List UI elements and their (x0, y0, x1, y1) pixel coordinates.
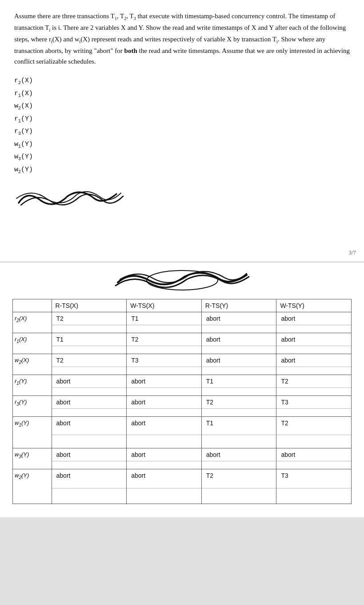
cell-w3y-wts-y-bot (276, 461, 351, 469)
row-label-w2y: w2(Y) (13, 469, 52, 504)
cell-r2x-rts-x-bot (52, 325, 127, 333)
col-header-op (13, 299, 52, 312)
op-7: w3(Y) (14, 151, 350, 164)
cell-r3y-rts-x: abort (52, 396, 127, 417)
col-header-rts-x: R-TS(X) (52, 299, 127, 312)
cell-r3y-rts-y-top: T2 (202, 396, 276, 408)
op-8: w2(Y) (14, 164, 350, 177)
cell-r2x-wts-y: abort (276, 312, 352, 333)
page-container: Assume there are three transactions T1, … (0, 0, 364, 517)
table-row-w3y: w3(Y) abort abort abort (13, 448, 352, 469)
cell-r2x-wts-x-bot (127, 325, 201, 333)
cell-r1y-rts-x-bot (52, 387, 127, 395)
cell-r1x-rts-y: abort (201, 333, 276, 354)
cell-w1y-rts-x: abort (52, 417, 127, 448)
table-row-w2x: w2(X) T2 T3 abort (13, 354, 352, 375)
cell-r2x-rts-x-top: T2 (52, 312, 127, 325)
top-page: Assume there are three transactions T1, … (0, 0, 364, 262)
cell-r3y-rts-x-bot (52, 408, 127, 416)
timestamps-table: R-TS(X) W-TS(X) R-TS(Y) W-TS(Y) r2(X) T2 (12, 299, 352, 504)
cell-w3y-rts-x: abort (52, 448, 127, 469)
cell-w1y-wts-x-top: abort (127, 417, 201, 435)
cell-r3y-wts-x-top: abort (127, 396, 201, 408)
cell-r1y-wts-x-top: abort (127, 375, 201, 387)
cell-w2x-wts-y-bot (276, 367, 351, 375)
cell-w3y-wts-y-top: abort (276, 448, 351, 461)
op-3: w2(X) (14, 100, 350, 113)
cell-r1y-rts-y: T1 (201, 375, 276, 396)
cell-w3y-wts-x-bot (127, 461, 201, 469)
table-row-r1y: r1(Y) abort abort T1 (13, 375, 352, 396)
cell-w2x-wts-y-top: abort (276, 354, 351, 367)
cell-w2y-wts-y-top: T3 (276, 469, 351, 488)
cell-w2y-wts-x-top: abort (127, 469, 201, 488)
cell-r1x-rts-y-top: abort (202, 333, 276, 346)
cell-w2y-wts-x-bot (127, 488, 201, 504)
cell-w2y-rts-x-top: abort (52, 469, 127, 488)
cell-r1y-wts-y-bot (276, 387, 351, 395)
problem-text: Assume there are three transactions T1, … (14, 11, 350, 67)
op-6: w1(Y) (14, 138, 350, 151)
cell-w2x-rts-x: T2 (52, 354, 127, 375)
cell-r2x-wts-x: T1 (127, 312, 202, 333)
cell-r1y-rts-x-top: abort (52, 375, 127, 387)
cell-w3y-rts-y: abort (201, 448, 276, 469)
row-label-r2x: r2(X) (13, 312, 52, 333)
cell-w3y-wts-x-top: abort (127, 448, 201, 461)
cell-r1y-wts-y: T2 (276, 375, 352, 396)
row-label-w1y: w1(Y) (13, 417, 52, 448)
cell-w2y-wts-y-bot (276, 488, 351, 504)
row-label-w3y: w3(Y) (13, 448, 52, 469)
cell-w2x-wts-y: abort (276, 354, 352, 375)
cell-w1y-wts-y-bot (276, 435, 351, 448)
cell-w1y-rts-x-bot (52, 435, 127, 448)
cell-r2x-wts-y-bot (276, 325, 351, 333)
page-number: 3/7 (348, 249, 356, 256)
cell-r1x-rts-x-top: T1 (52, 333, 127, 346)
cell-w2y-rts-x: abort (52, 469, 127, 504)
cell-r3y-wts-y-top: T3 (276, 396, 351, 408)
cell-w2x-rts-y-top: abort (202, 354, 276, 367)
table-header-row: R-TS(X) W-TS(X) R-TS(Y) W-TS(Y) (13, 299, 352, 312)
cell-r1x-wts-x: T2 (127, 333, 202, 354)
op-1: r2(X) (14, 75, 350, 88)
cell-w3y-rts-y-top: abort (202, 448, 276, 461)
cell-w2x-rts-y: abort (201, 354, 276, 375)
cell-w3y-rts-x-top: abort (52, 448, 127, 461)
cell-r1y-wts-x-bot (127, 387, 201, 395)
op-4: r1(Y) (14, 113, 350, 126)
cell-r1y-wts-y-top: T2 (276, 375, 351, 387)
cell-w3y-rts-y-bot (202, 461, 276, 469)
cell-w2y-wts-x: abort (127, 469, 202, 504)
cell-r1x-rts-x: T1 (52, 333, 127, 354)
cell-r2x-rts-y-top: abort (202, 312, 276, 325)
operations-list: r2(X) r1(X) w2(X) r1(Y) r3(Y) w1(Y) w3(Y… (14, 75, 350, 176)
cell-r3y-rts-y: T2 (201, 396, 276, 417)
cell-w2y-wts-y: T3 (276, 469, 352, 504)
scribble-decoration-top (14, 185, 350, 211)
cell-w2y-rts-y: T2 (201, 469, 276, 504)
cell-w3y-wts-y: abort (276, 448, 352, 469)
cell-w2x-rts-x-top: T2 (52, 354, 127, 367)
table-row-r1x: r1(X) T1 T2 abort (13, 333, 352, 354)
cell-w2y-rts-x-bot (52, 488, 127, 504)
row-label-r1y: r1(Y) (13, 375, 52, 396)
scribble-decoration-bottom (8, 262, 356, 294)
col-header-wts-y: W-TS(Y) (276, 299, 352, 312)
cell-r3y-wts-y-bot (276, 408, 351, 416)
cell-r3y-wts-x-bot (127, 408, 201, 416)
cell-r2x-rts-y: abort (201, 312, 276, 333)
cell-w2x-rts-y-bot (202, 367, 276, 375)
cell-w1y-wts-x-bot (127, 435, 201, 448)
table-row-r3y: r3(Y) abort abort T2 (13, 396, 352, 417)
cell-w2y-rts-y-bot (202, 488, 276, 504)
table-row-r2x: r2(X) T2 T1 abort (13, 312, 352, 333)
cell-r2x-rts-x: T2 (52, 312, 127, 333)
cell-r1y-rts-y-top: T1 (202, 375, 276, 387)
col-header-rts-y: R-TS(Y) (201, 299, 276, 312)
cell-w1y-wts-x: abort (127, 417, 202, 448)
cell-r3y-wts-y: T3 (276, 396, 352, 417)
cell-r2x-rts-y-bot (202, 325, 276, 333)
cell-w2x-rts-x-bot (52, 367, 127, 375)
cell-w1y-rts-x-top: abort (52, 417, 127, 435)
